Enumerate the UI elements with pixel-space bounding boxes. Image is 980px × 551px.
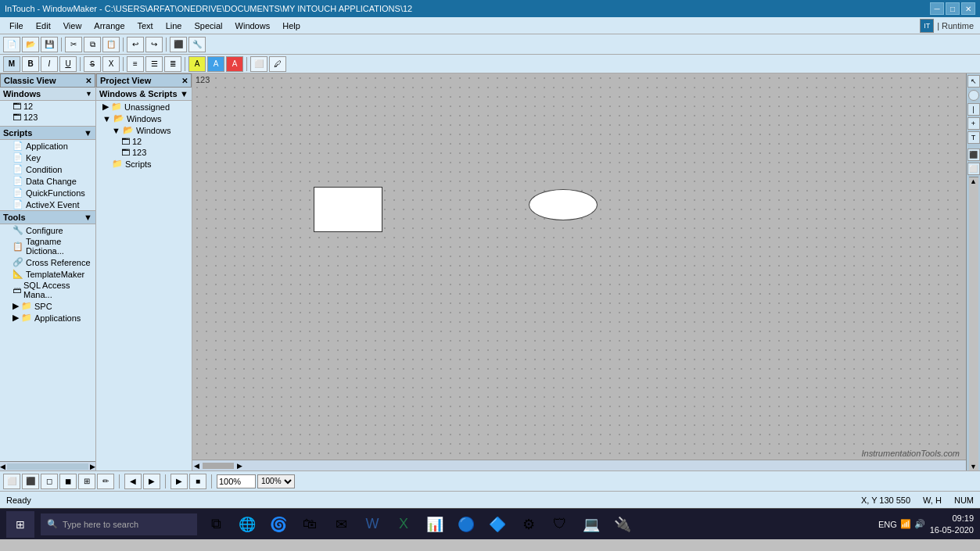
taskbar-app2[interactable]: 🔵: [454, 512, 479, 537]
rt-select-tool[interactable]: ↖: [967, 75, 980, 88]
rt-tool2[interactable]: +: [967, 117, 980, 130]
save-button[interactable]: 💾: [41, 37, 58, 52]
classic-view-header[interactable]: Classic View ✕: [0, 73, 95, 88]
menu-arrange[interactable]: Arrange: [88, 20, 131, 32]
script-datachange[interactable]: 📄 Data Change: [0, 175, 95, 187]
taskbar-app-edge[interactable]: 🌀: [266, 512, 291, 537]
bt-play[interactable]: ▶: [171, 474, 188, 489]
taskbar-app-ie[interactable]: 🌐: [235, 512, 260, 537]
strikethrough-button[interactable]: S̶: [84, 56, 101, 72]
taskbar-app-store[interactable]: 🛍: [297, 512, 322, 537]
start-button[interactable]: ⊞: [6, 511, 34, 538]
menu-text[interactable]: Text: [131, 20, 160, 32]
pv-unassigned[interactable]: ▶ 📁 Unassigned: [96, 101, 192, 113]
rt-text-tool[interactable]: T: [967, 131, 980, 144]
scripts-header[interactable]: Scripts ▼: [0, 126, 95, 140]
underline-button[interactable]: U: [59, 56, 77, 72]
menu-view[interactable]: View: [57, 20, 88, 32]
search-bar[interactable]: 🔍 Type here to search: [41, 513, 197, 535]
bold-button[interactable]: B: [22, 56, 39, 72]
ellipse-shape[interactable]: [529, 189, 598, 220]
taskview-button[interactable]: ⧉: [203, 512, 228, 537]
menu-file[interactable]: File: [3, 20, 30, 32]
bt-zoom-prev[interactable]: ◀: [124, 474, 142, 489]
bt-btn1[interactable]: ⬜: [3, 474, 20, 489]
pv-win12[interactable]: 🗔 12: [96, 136, 192, 147]
bt-zoom-next[interactable]: ▶: [143, 474, 160, 489]
project-view-close[interactable]: ✕: [181, 77, 188, 85]
bt-btn4[interactable]: ◼: [59, 474, 77, 489]
bt-btn5[interactable]: ⊞: [78, 474, 95, 489]
restore-button[interactable]: □: [946, 2, 960, 15]
tb-shape1[interactable]: ⬜: [250, 56, 267, 72]
winscripts-header[interactable]: Windows & Scripts ▼: [96, 88, 192, 101]
taskbar-app-mail[interactable]: ✉: [328, 512, 354, 537]
bt-stop[interactable]: ■: [189, 474, 206, 489]
classic-view-close[interactable]: ✕: [85, 77, 92, 85]
zoom-select[interactable]: 100% 50% 200%: [257, 474, 295, 488]
tool-applications[interactable]: ▶ 📁 Applications: [0, 312, 95, 324]
taskbar-app1[interactable]: 📊: [422, 512, 447, 537]
scroll-thumb[interactable]: [7, 463, 88, 470]
vscroll-down-icon[interactable]: ▼: [970, 463, 977, 470]
taskbar-app7[interactable]: 🔌: [610, 512, 635, 537]
tool-sqlaccessmanager[interactable]: 🗃 SQL Access Mana...: [0, 280, 95, 300]
rt-tool3[interactable]: ⬛: [967, 148, 980, 161]
left-panel-scrollbar[interactable]: ◀ ▶: [0, 461, 95, 470]
rectangle-shape[interactable]: [314, 187, 382, 232]
tb-extra1[interactable]: ⬛: [170, 37, 187, 52]
script-application[interactable]: 📄 Application: [0, 140, 95, 152]
menu-windows[interactable]: Windows: [229, 20, 277, 32]
rt-tool1[interactable]: |: [967, 103, 980, 116]
open-button[interactable]: 📂: [22, 37, 39, 52]
window-item-123[interactable]: 🗔 123: [0, 112, 95, 123]
script-key[interactable]: 📄 Key: [0, 152, 95, 163]
align-left[interactable]: ≡: [127, 56, 144, 72]
bt-btn3[interactable]: ◻: [41, 474, 58, 489]
hscroll-right-icon[interactable]: ▶: [237, 462, 242, 470]
copy-button[interactable]: ⧉: [84, 37, 101, 52]
taskbar-app3[interactable]: 🔷: [485, 512, 510, 537]
scroll-right-icon[interactable]: ▶: [90, 463, 95, 470]
canvas-area[interactable]: 123 InstrumentationTools.com: [192, 73, 966, 460]
tool-tagname[interactable]: 📋 Tagname Dictiona...: [0, 236, 95, 256]
script-condition[interactable]: 📄 Condition: [0, 163, 95, 175]
taskbar-app-excel[interactable]: X: [391, 512, 416, 537]
vscrollbar[interactable]: ▲ ▼: [969, 177, 978, 470]
pv-win123[interactable]: 🗔 123: [96, 147, 192, 158]
hscroll-thumb[interactable]: [203, 463, 234, 469]
vscroll-up-icon[interactable]: ▲: [970, 177, 977, 185]
tool-spc[interactable]: ▶ 📁 SPC: [0, 300, 95, 312]
rt-tool4[interactable]: ⬜: [967, 163, 980, 175]
tb-extra2[interactable]: 🔧: [188, 37, 206, 52]
tb-paint[interactable]: 🖊: [269, 56, 286, 72]
tool-templatemaker[interactable]: 📐 TemplateMaker: [0, 268, 95, 280]
pv-scripts[interactable]: 📁 Scripts: [96, 158, 192, 170]
scroll-left-icon[interactable]: ◀: [0, 463, 5, 470]
format-extra[interactable]: X: [102, 56, 120, 72]
menu-special[interactable]: Special: [188, 20, 228, 32]
minimize-button[interactable]: ─: [930, 2, 944, 15]
redo-button[interactable]: ↪: [145, 37, 163, 52]
taskbar-app6[interactable]: 💻: [579, 512, 604, 537]
windows-section-header[interactable]: Windows ▼: [0, 88, 95, 101]
select-tool[interactable]: M: [3, 56, 20, 72]
bt-btn2[interactable]: ⬛: [22, 474, 39, 489]
script-quickfunctions[interactable]: 📄 QuickFunctions: [0, 187, 95, 199]
hscroll-left-icon[interactable]: ◀: [194, 462, 199, 470]
cut-button[interactable]: ✂: [65, 37, 82, 52]
color-text[interactable]: A: [207, 56, 224, 72]
align-right[interactable]: ≣: [164, 56, 181, 72]
taskbar-app5[interactable]: 🛡: [547, 512, 573, 537]
align-center[interactable]: ☰: [145, 56, 163, 72]
new-button[interactable]: 📄: [3, 37, 20, 52]
menu-edit[interactable]: Edit: [30, 20, 57, 32]
undo-button[interactable]: ↩: [127, 37, 144, 52]
taskbar-app-word[interactable]: W: [360, 512, 385, 537]
tool-configure[interactable]: 🔧 Configure: [0, 224, 95, 236]
pv-windows-folder[interactable]: ▼ 📂 Windows: [96, 113, 192, 124]
script-activex[interactable]: 📄 ActiveX Event: [0, 199, 95, 210]
italic-button[interactable]: I: [41, 56, 58, 72]
zoom-input[interactable]: [217, 474, 256, 488]
menu-line[interactable]: Line: [160, 20, 188, 32]
